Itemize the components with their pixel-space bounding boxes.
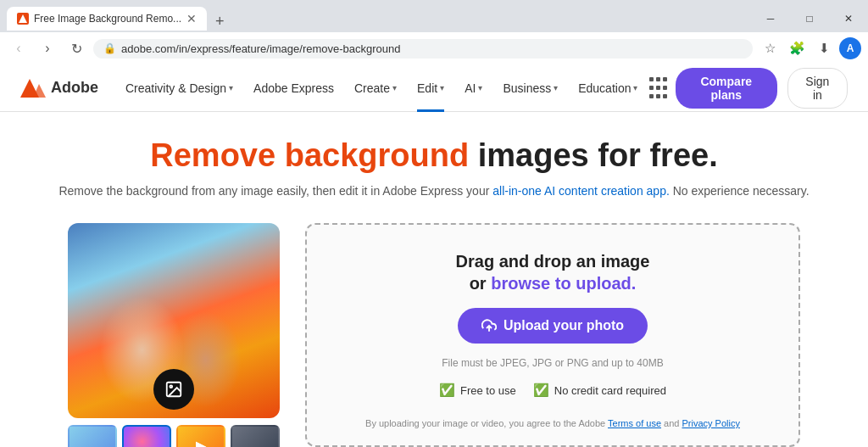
file-types-text: File must be JPEG, JPG or PNG and up to …	[442, 357, 663, 369]
check-icon-free: ✅	[439, 383, 455, 398]
drag-drop-text: Drag and drop an image or browse to uplo…	[456, 250, 650, 294]
profile-button[interactable]: A	[839, 37, 861, 59]
nav-business[interactable]: Business ▾	[492, 64, 568, 112]
browse-link[interactable]: browse to upload.	[491, 274, 636, 293]
minimize-button[interactable]: ─	[751, 5, 790, 32]
secure-icon: 🔒	[103, 42, 116, 54]
main-preview-image	[68, 223, 280, 418]
compare-plans-button[interactable]: Compare plans	[676, 68, 777, 109]
download-button[interactable]: ⬇	[812, 36, 836, 60]
maximize-button[interactable]: □	[790, 5, 829, 32]
preview-panel: ▶	[68, 223, 280, 447]
headline-rest: images for free.	[469, 137, 718, 173]
active-tab[interactable]: Free Image Background Remo... ✕	[7, 7, 207, 31]
bookmark-button[interactable]: ☆	[758, 36, 782, 60]
upload-photo-button[interactable]: Upload your photo	[458, 308, 648, 344]
privacy-link[interactable]: Privacy Policy	[682, 418, 739, 428]
sign-in-button[interactable]: Sign in	[787, 68, 848, 109]
thumbnail-1[interactable]	[68, 425, 117, 447]
page-subheadline: Remove the background from any image eas…	[17, 184, 851, 198]
page-headline: Remove background images for free.	[17, 137, 851, 174]
chevron-down-icon: ▾	[440, 83, 444, 92]
browser-actions: ☆ 🧩 ⬇ A	[758, 36, 861, 60]
subheadline-link[interactable]: all-in-one AI content creation app.	[492, 184, 670, 198]
refresh-button[interactable]: ↻	[64, 36, 88, 60]
url-text: adobe.com/in/express/feature/image/remov…	[121, 42, 743, 55]
url-bar[interactable]: 🔒 adobe.com/in/express/feature/image/rem…	[93, 39, 753, 59]
chevron-down-icon: ▾	[554, 83, 558, 92]
feature-no-card: ✅ No credit card required	[533, 383, 666, 398]
chevron-down-icon: ▾	[229, 83, 233, 92]
thumbnail-3[interactable]: ▶	[176, 425, 225, 447]
image-icon-overlay	[153, 369, 194, 410]
svg-point-4	[170, 385, 172, 388]
upload-icon	[481, 318, 497, 333]
thumbnail-row: ▶	[68, 425, 280, 447]
nav-adobe-express[interactable]: Adobe Express	[243, 64, 344, 112]
upload-panel: Drag and drop an image or browse to uplo…	[305, 223, 800, 447]
chevron-down-icon: ▾	[392, 83, 397, 92]
feature-free: ✅ Free to use	[439, 383, 516, 398]
content-area: ▶ Drag and drop an image or browse to up…	[17, 223, 851, 447]
apps-grid-button[interactable]	[648, 76, 668, 100]
tab-favicon	[17, 13, 29, 25]
adobe-logo[interactable]: Adobe	[20, 79, 98, 98]
features-row: ✅ Free to use ✅ No credit card required	[439, 383, 666, 398]
nav-education[interactable]: Education ▾	[568, 64, 648, 112]
nav-creativity-design[interactable]: Creativity & Design ▾	[115, 64, 243, 112]
tab-close-button[interactable]: ✕	[186, 12, 197, 25]
adobe-nav: Adobe Creativity & Design ▾ Adobe Expres…	[0, 64, 868, 112]
nav-edit[interactable]: Edit ▾	[407, 64, 454, 112]
check-icon-card: ✅	[533, 383, 549, 398]
adobe-logo-text: Adobe	[51, 79, 98, 97]
back-button[interactable]: ‹	[7, 36, 31, 60]
main-content: Remove background images for free. Remov…	[0, 112, 868, 447]
close-button[interactable]: ✕	[829, 5, 868, 32]
forward-button[interactable]: ›	[36, 36, 59, 60]
adobe-logo-icon	[20, 79, 46, 98]
nav-ai[interactable]: AI ▾	[454, 64, 492, 112]
thumbnail-2[interactable]	[122, 425, 171, 447]
tab-title: Free Image Background Remo...	[34, 13, 181, 25]
terms-link[interactable]: Terms of use	[608, 418, 661, 428]
chevron-down-icon: ▾	[633, 83, 637, 92]
extensions-button[interactable]: 🧩	[785, 36, 809, 60]
svg-marker-0	[19, 14, 27, 23]
chevron-down-icon: ▾	[478, 83, 482, 92]
address-bar: ‹ › ↻ 🔒 adobe.com/in/express/feature/ima…	[0, 32, 868, 64]
nav-create[interactable]: Create ▾	[344, 64, 407, 112]
upload-footer: By uploading your image or video, you ag…	[365, 418, 740, 428]
headline-highlight: Remove background	[150, 137, 469, 173]
thumbnail-4[interactable]	[231, 425, 280, 447]
new-tab-button[interactable]: +	[210, 13, 230, 31]
